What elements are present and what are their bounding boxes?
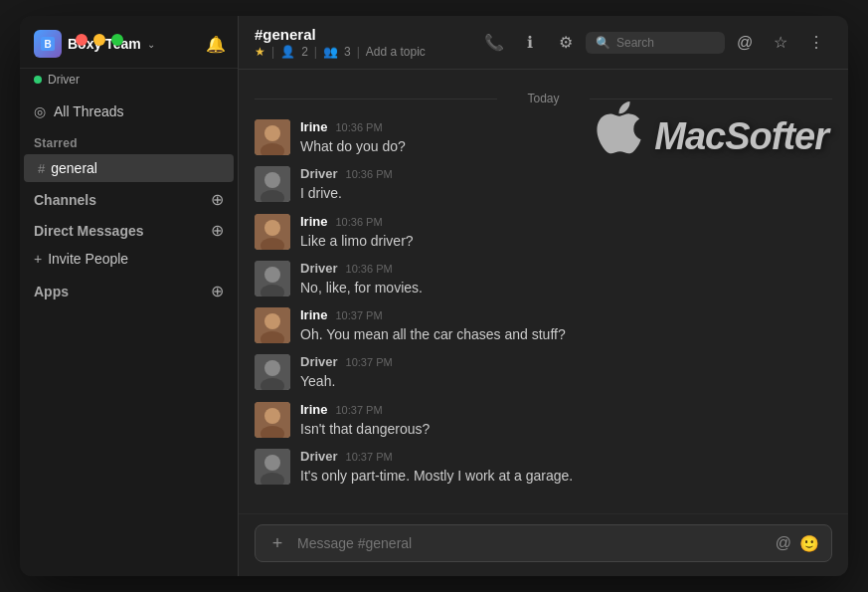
all-threads-item[interactable]: ◎ All Threads [20,97,238,126]
settings-icon[interactable]: ⚙ [550,27,582,59]
dm-section-header: Direct Messages ⊕ [20,213,238,244]
message-header: Driver 10:36 PM [300,166,832,181]
member-count: 2 [301,45,308,59]
svg-point-6 [264,172,280,188]
message-text: It's only part-time. Mostly I work at a … [300,466,832,486]
channels-label: Channels [34,192,96,208]
minimize-button[interactable] [93,34,105,46]
hash-icon: # [38,161,45,176]
message-header: Driver 10:37 PM [300,449,832,464]
bookmark-icon[interactable]: ☆ [765,27,796,59]
svg-point-15 [264,313,280,329]
emoji-icon[interactable]: 🙂 [799,534,819,553]
status-text: Driver [48,73,80,87]
svg-point-21 [264,408,280,424]
bell-icon[interactable]: 🔔 [206,35,226,54]
message-header: Irine 10:37 PM [300,307,832,322]
chevron-down-icon: ⌄ [147,39,155,50]
channel-name: general [51,160,97,176]
maximize-button[interactable] [111,34,123,46]
message-content: Driver 10:36 PM No, like, for movies. [300,261,832,297]
channel-name-section: #general ★ | 👤 2 | 👥 3 | Add a topic [255,26,470,59]
message-row: Irine 10:37 PM Isn't that dangerous? [255,402,832,439]
channels-section-header: Channels ⊕ [20,182,238,213]
plus-icon: + [34,251,42,267]
sidebar: B Boxy Team ⌄ 🔔 Driver ◎ All Threads Sta… [20,16,239,576]
message-row: Driver 10:37 PM It's only part-time. Mos… [255,449,832,486]
message-header: Irine 10:37 PM [300,402,832,417]
add-channel-icon[interactable]: ⊕ [211,190,224,209]
input-actions: @ 🙂 [776,534,819,553]
avatar-driver [255,261,290,296]
workspace-avatar: B [34,30,62,58]
date-divider: Today [255,92,832,105]
message-row: Irine 10:36 PM What do you do? [255,119,832,156]
svg-point-18 [264,360,280,376]
message-header: Irine 10:36 PM [300,214,832,229]
svg-point-9 [264,220,280,236]
apps-label: Apps [34,284,69,299]
messages-area: Today Irine 10:36 PM What do you do? [239,70,848,513]
message-header: Irine 10:36 PM [300,119,832,134]
message-author: Driver [300,449,338,464]
message-author: Irine [300,307,327,322]
message-row: Irine 10:36 PM Like a limo driver? [255,214,832,251]
at-icon[interactable]: @ [729,27,761,59]
svg-point-24 [264,455,280,471]
message-author: Driver [300,166,338,181]
all-threads-label: All Threads [54,103,124,119]
add-dm-icon[interactable]: ⊕ [211,221,224,240]
sidebar-header: B Boxy Team ⌄ 🔔 [20,16,238,69]
channel-item-general[interactable]: # general [24,154,234,182]
more-icon[interactable]: ⋮ [800,27,832,59]
message-time: 10:37 PM [335,309,382,321]
message-text: Isn't that dangerous? [300,419,832,439]
svg-text:B: B [44,39,51,50]
close-button[interactable] [76,34,87,46]
message-author: Irine [300,119,327,134]
message-row: Driver 10:37 PM Yeah. [255,354,832,391]
svg-point-3 [264,125,280,141]
message-time: 10:37 PM [335,404,382,416]
message-text: What do you do? [300,136,832,156]
message-row: Driver 10:36 PM No, like, for movies. [255,261,832,297]
message-header: Driver 10:37 PM [300,354,832,369]
search-input[interactable] [616,36,715,50]
message-time: 10:36 PM [335,216,382,228]
invite-people-item[interactable]: + Invite People [20,244,238,274]
phone-icon[interactable]: 📞 [478,27,510,59]
avatar-irine [255,214,290,250]
message-time: 10:36 PM [346,263,393,275]
message-input-area: + @ 🙂 [239,513,848,576]
message-text: Oh. You mean all the car chases and stuf… [300,324,832,344]
header-actions: 📞 ℹ ⚙ 🔍 @ ☆ ⋮ [478,27,832,59]
at-mention-icon[interactable]: @ [776,534,791,552]
add-topic-link[interactable]: Add a topic [366,45,426,59]
message-content: Driver 10:37 PM Yeah. [300,354,832,391]
message-author: Driver [300,261,338,276]
message-time: 10:37 PM [346,356,393,368]
info-icon[interactable]: ℹ [514,27,546,59]
separator3: | [357,45,360,59]
message-text: I drive. [300,183,832,203]
avatar-irine [255,307,290,343]
message-time: 10:36 PM [346,168,393,180]
channel-meta: ★ | 👤 2 | 👥 3 | Add a topic [255,45,470,59]
add-attachment-icon[interactable]: + [267,533,287,553]
message-content: Irine 10:37 PM Oh. You mean all the car … [300,307,832,344]
message-author: Irine [300,402,327,417]
star-icon: ★ [255,45,265,59]
search-icon: 🔍 [596,36,610,50]
main-content: #general ★ | 👤 2 | 👥 3 | Add a topic 📞 ℹ… [239,16,848,576]
message-author: Irine [300,214,327,229]
channel-title: #general [255,26,470,43]
message-input[interactable] [297,535,766,551]
apps-section-header: Apps ⊕ [20,274,238,304]
add-apps-icon[interactable]: ⊕ [211,282,224,300]
avatar-driver [255,166,290,202]
message-row: Driver 10:36 PM I drive. [255,166,832,203]
channel-title-text: #general [255,26,316,43]
search-box[interactable]: 🔍 [586,32,725,54]
threads-icon: ◎ [34,103,46,119]
message-content: Irine 10:36 PM Like a limo driver? [300,214,832,251]
